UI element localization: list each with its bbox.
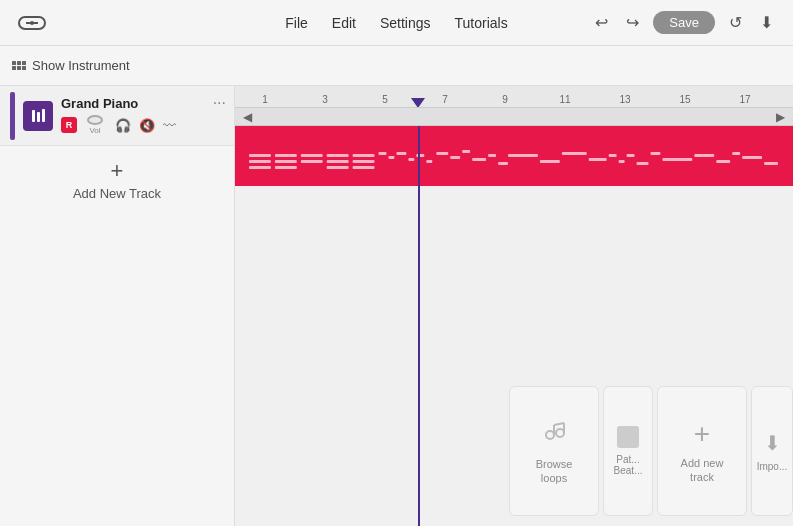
menu-settings[interactable]: Settings <box>380 15 431 31</box>
timeline-content[interactable]: Browseloops Pat...Beat... + Add newtrack <box>235 126 793 526</box>
browse-loops-label: Browseloops <box>536 457 573 486</box>
ruler-mark-1: 1 <box>235 94 295 105</box>
undo-button[interactable]: ↩ <box>591 11 612 34</box>
browse-loops-icon <box>540 417 568 451</box>
svg-line-50 <box>554 423 564 425</box>
empty-lane: Browseloops Pat...Beat... + Add newtrack <box>235 186 793 526</box>
track-more-button[interactable]: ··· <box>213 94 226 112</box>
svg-rect-40 <box>650 152 660 155</box>
svg-rect-43 <box>716 160 730 163</box>
track-pattern <box>235 126 793 186</box>
knob-circle <box>87 115 103 125</box>
download-button[interactable]: ⬇ <box>756 11 777 34</box>
svg-point-47 <box>546 431 554 439</box>
ruler-mark-13: 13 <box>595 94 655 105</box>
ruler-mark-9: 9 <box>475 94 535 105</box>
svg-rect-24 <box>416 154 424 157</box>
svg-rect-46 <box>764 162 778 165</box>
track-name: Grand Piano <box>61 96 224 111</box>
automation-icon[interactable]: 〰 <box>161 118 178 133</box>
timeline-area: 1 3 5 7 9 11 13 15 17 ◀ ▶ <box>235 86 793 526</box>
track-item: Grand Piano R Vol 🎧 🔇 〰 ··· <box>0 86 234 146</box>
svg-rect-31 <box>498 162 508 165</box>
svg-rect-33 <box>540 160 560 163</box>
main-area: Grand Piano R Vol 🎧 🔇 〰 ··· + Add New Tr… <box>0 86 793 526</box>
track-color-bar <box>10 92 15 140</box>
svg-rect-15 <box>327 160 349 163</box>
pattern-beat-icon <box>617 426 639 448</box>
svg-rect-42 <box>694 154 714 157</box>
add-new-track-button[interactable]: + Add New Track <box>0 146 234 215</box>
show-instrument-label: Show Instrument <box>32 58 130 73</box>
svg-rect-11 <box>275 166 297 169</box>
menu-edit[interactable]: Edit <box>332 15 356 31</box>
svg-rect-25 <box>426 160 432 163</box>
svg-rect-7 <box>249 160 271 163</box>
track-lane[interactable] <box>235 126 793 186</box>
svg-rect-16 <box>327 166 349 169</box>
pattern-beat-panel[interactable]: Pat...Beat... <box>603 386 653 516</box>
svg-rect-28 <box>462 150 470 153</box>
svg-rect-20 <box>379 152 387 155</box>
svg-rect-45 <box>742 156 762 159</box>
sidebar: Grand Piano R Vol 🎧 🔇 〰 ··· + Add New Tr… <box>0 86 235 526</box>
top-bar-left <box>16 12 48 34</box>
menu-file[interactable]: File <box>285 15 308 31</box>
import-panel[interactable]: ⬇ Impo... <box>751 386 793 516</box>
svg-rect-13 <box>301 160 323 163</box>
vol-label: Vol <box>89 126 100 135</box>
top-bar: File Edit Settings Tutorials ↩ ↪ Save ↺ … <box>0 0 793 46</box>
svg-rect-29 <box>472 158 486 161</box>
svg-rect-9 <box>275 154 297 157</box>
scroll-arrows: ◀ ▶ <box>235 108 793 126</box>
mute-icon[interactable]: 🔇 <box>137 118 157 133</box>
svg-rect-36 <box>609 154 617 157</box>
svg-rect-4 <box>37 112 40 122</box>
svg-rect-38 <box>627 154 635 157</box>
volume-knob[interactable]: Vol <box>81 115 109 135</box>
svg-rect-35 <box>589 158 607 161</box>
svg-rect-34 <box>562 152 587 155</box>
svg-rect-23 <box>408 158 414 161</box>
menu-tutorials[interactable]: Tutorials <box>455 15 508 31</box>
grid-icon <box>12 61 26 70</box>
ruler-mark-11: 11 <box>535 94 595 105</box>
svg-rect-18 <box>353 160 375 163</box>
logo-icon[interactable] <box>16 12 48 34</box>
svg-rect-12 <box>301 154 323 157</box>
track-controls: R Vol 🎧 🔇 〰 <box>61 115 224 135</box>
ruler-numbers: 1 3 5 7 9 11 13 15 17 <box>235 94 793 105</box>
track-info: Grand Piano R Vol 🎧 🔇 〰 <box>61 96 224 135</box>
headphone-icon[interactable]: 🎧 <box>113 118 133 133</box>
svg-rect-44 <box>732 152 740 155</box>
track-icon <box>23 101 53 131</box>
svg-rect-27 <box>450 156 460 159</box>
svg-rect-5 <box>42 109 45 122</box>
ruler-mark-3: 3 <box>295 94 355 105</box>
svg-rect-22 <box>396 152 406 155</box>
redo-button[interactable]: ↪ <box>622 11 643 34</box>
browse-loops-panel[interactable]: Browseloops <box>509 386 599 516</box>
svg-rect-26 <box>436 152 448 155</box>
top-bar-right: ↩ ↪ Save ↺ ⬇ <box>591 11 777 34</box>
show-instrument-button[interactable]: Show Instrument <box>12 58 130 73</box>
rec-button[interactable]: R <box>61 117 77 133</box>
ruler-mark-15: 15 <box>655 94 715 105</box>
scroll-right-button[interactable]: ▶ <box>772 110 789 124</box>
svg-rect-41 <box>662 158 692 161</box>
add-new-track-panel-label: Add newtrack <box>681 456 724 485</box>
save-button[interactable]: Save <box>653 11 715 34</box>
svg-rect-37 <box>619 160 625 163</box>
bottom-panels: Browseloops Pat...Beat... + Add newtrack <box>509 386 793 516</box>
svg-rect-30 <box>488 154 496 157</box>
svg-rect-8 <box>249 166 271 169</box>
svg-rect-39 <box>637 162 649 165</box>
add-track-plus-icon: + <box>111 160 124 182</box>
refresh-button[interactable]: ↺ <box>725 11 746 34</box>
scroll-left-button[interactable]: ◀ <box>239 110 256 124</box>
piano-roll-svg <box>245 134 783 178</box>
add-track-panel-icon: + <box>694 418 710 450</box>
import-label: Impo... <box>757 461 788 472</box>
add-new-track-panel[interactable]: + Add newtrack <box>657 386 747 516</box>
ruler-mark-17: 17 <box>715 94 775 105</box>
